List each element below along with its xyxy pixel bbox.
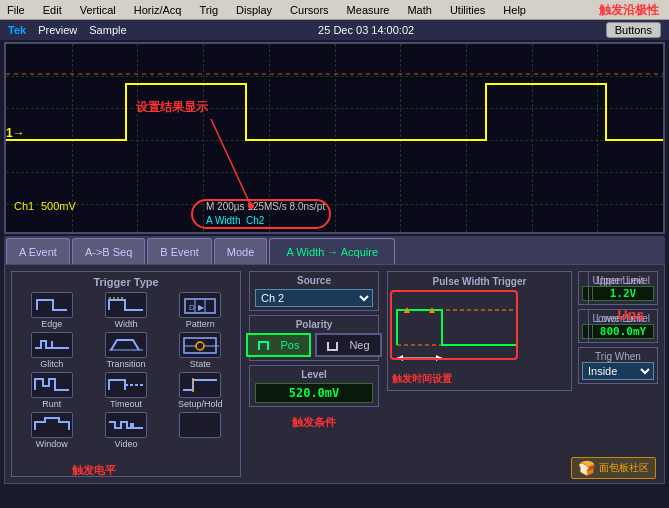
trigger-setup-hold[interactable]: Setup/Hold (165, 372, 236, 409)
meas-label: M 200µs 125MS/s 8.0ns/pt (206, 201, 325, 212)
watermark: 🍞 面包板社区 (571, 457, 656, 479)
window-icon (31, 412, 73, 438)
trigger-edge[interactable]: Edge (16, 292, 87, 329)
menu-trig[interactable]: Trig (196, 3, 221, 17)
menu-cursors[interactable]: Cursors (287, 3, 332, 17)
menu-edit[interactable]: Edit (40, 3, 65, 17)
upper-level-box: Upper Level 1.2V (588, 271, 658, 305)
polarity-pos-button[interactable]: Pos (246, 333, 311, 357)
trigger-runt[interactable]: Runt (16, 372, 87, 409)
tab-a-width-acquire[interactable]: A Width → Acquire (269, 238, 395, 264)
control-panel: Trigger Type Edge Width (4, 264, 665, 484)
video-icon (105, 412, 147, 438)
trigger-type-grid: Edge Width D (16, 292, 236, 449)
trigger-transition[interactable]: Transition (90, 332, 161, 369)
trigger-tabs: A Event A->B Seq B Event Mode A Width → … (4, 236, 665, 264)
trigger-video[interactable]: Video (90, 412, 161, 449)
menu-file[interactable]: File (4, 3, 28, 17)
tab-mode[interactable]: Mode (214, 238, 268, 264)
timeout-label: Timeout (110, 399, 142, 409)
polarity-row: Pos Neg (255, 333, 373, 357)
trigger-width[interactable]: Width (90, 292, 161, 329)
edge-label: Edge (41, 319, 62, 329)
glitch-label: Glitch (40, 359, 63, 369)
annotation-trigger-level: 触发电平 (72, 463, 116, 478)
tek-label: Tek (8, 24, 26, 36)
setup-hold-icon (179, 372, 221, 398)
menu-horiz-acq[interactable]: Horiz/Acq (131, 3, 185, 17)
pattern-label: Pattern (186, 319, 215, 329)
trigger-state[interactable]: State (165, 332, 236, 369)
source-title: Source (255, 275, 373, 286)
pattern-icon: D ▶ (179, 292, 221, 318)
runt-icon (31, 372, 73, 398)
tab-b-event[interactable]: B Event (147, 238, 212, 264)
tab-a-event[interactable]: A Event (6, 238, 70, 264)
svg-point-10 (196, 342, 204, 350)
trigger-window[interactable]: Window (16, 412, 87, 449)
pulse-width-title: Pulse Width Trigger (392, 276, 567, 287)
tab-ab-seq[interactable]: A->B Seq (72, 238, 145, 264)
empty-icon (179, 412, 221, 438)
level-title: Level (255, 369, 373, 380)
waveform-display (6, 44, 663, 232)
level-value: 520.0mV (255, 383, 373, 403)
trigger-empty (165, 412, 236, 449)
trig-when-title: Trig When (582, 351, 654, 362)
sample-label: Sample (89, 24, 126, 36)
pulse-diagram-svg (392, 290, 522, 370)
trigger-type-section: Trigger Type Edge Width (11, 271, 241, 477)
annotation-trigger-cond: 触发条件 (249, 415, 379, 430)
upper-level-label: Upper Level (592, 275, 654, 286)
status-bar: Tek Preview Sample 25 Dec 03 14:00:02 Bu… (0, 20, 669, 40)
annotation-trigger-time: 触发时间设置 (392, 372, 567, 386)
right-section: Pulse Width Trigger (387, 271, 658, 477)
menu-math[interactable]: Math (404, 3, 434, 17)
setup-hold-label: Setup/Hold (178, 399, 223, 409)
menu-vertical[interactable]: Vertical (77, 3, 119, 17)
width-icon (105, 292, 147, 318)
width-label: Width (114, 319, 137, 329)
ch1-mv-label: 500mV (41, 200, 76, 212)
svg-text:D: D (189, 303, 195, 312)
trigger-type-title: Trigger Type (16, 276, 236, 288)
window-label: Window (36, 439, 68, 449)
transition-label: Transition (106, 359, 145, 369)
scope-screen: 1→ Ch1 500mV M 200µs 125MS/s 8.0ns/pt A … (4, 42, 665, 234)
edge-icon (31, 292, 73, 318)
source-box: Source Ch 1Ch 2Ch 3Ch 4 (249, 271, 379, 311)
trigger-timeout[interactable]: Timeout (90, 372, 161, 409)
buttons-button[interactable]: Buttons (606, 22, 661, 38)
lower-level-value: 800.0mY (592, 324, 654, 339)
trigger-glitch[interactable]: Glitch (16, 332, 87, 369)
menu-bar: File Edit Vertical Horiz/Acq Trig Displa… (0, 0, 669, 20)
menu-help[interactable]: Help (500, 3, 529, 17)
datetime-label: 25 Dec 03 14:00:02 (318, 24, 414, 36)
trigger-pattern[interactable]: D ▶ Pattern (165, 292, 236, 329)
svg-text:▶: ▶ (198, 303, 205, 312)
level-box: Level 520.0mV (249, 365, 379, 407)
polarity-neg-button[interactable]: Neg (315, 333, 381, 357)
runt-label: Runt (42, 399, 61, 409)
polarity-title: Polarity (255, 319, 373, 330)
source-select[interactable]: Ch 1Ch 2Ch 3Ch 4 (255, 289, 373, 307)
upper-level-value: 1.2V (592, 286, 654, 301)
ch1-marker: 1→ (6, 126, 25, 140)
awidth-label: A Width Ch2 (206, 215, 264, 226)
menu-display[interactable]: Display (233, 3, 275, 17)
video-label: Video (115, 439, 138, 449)
polarity-box: Polarity Pos Neg (249, 315, 379, 361)
menu-measure[interactable]: Measure (344, 3, 393, 17)
trig-when-select[interactable]: Inside Outside Timeout (582, 362, 654, 380)
state-icon (179, 332, 221, 358)
state-label: State (190, 359, 211, 369)
preview-label: Preview (38, 24, 77, 36)
middle-section: Source Ch 1Ch 2Ch 3Ch 4 Polarity Pos Neg (249, 271, 379, 477)
glitch-icon (31, 332, 73, 358)
timeout-icon (105, 372, 147, 398)
annotation-trigger-polarity: 触发沿极性 (599, 2, 659, 19)
menu-utilities[interactable]: Utilities (447, 3, 488, 17)
uns-text: Uns (618, 307, 644, 323)
transition-icon (105, 332, 147, 358)
ch1-label: Ch1 (14, 200, 34, 212)
